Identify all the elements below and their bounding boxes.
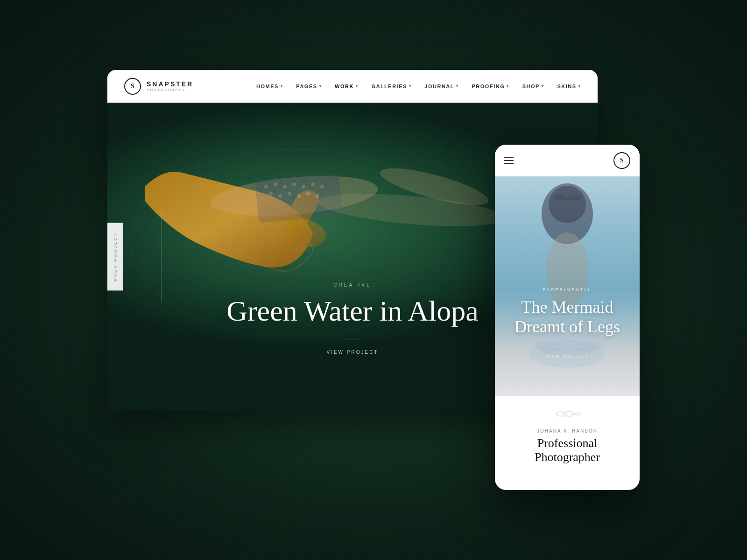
svg-point-12 bbox=[269, 192, 273, 196]
nav-item-galleries[interactable]: GALLERIES ▾ bbox=[371, 84, 411, 89]
hamburger-icon[interactable] bbox=[504, 157, 514, 164]
mobile-view-project-button[interactable]: VIEW PROJECT bbox=[495, 354, 640, 358]
chevron-icon: ▾ bbox=[456, 84, 459, 88]
person-body-svg bbox=[201, 149, 528, 243]
svg-point-7 bbox=[283, 185, 287, 189]
nav-item-homes[interactable]: HOMES ▾ bbox=[256, 84, 283, 89]
mobile-bottom: JOHANA K. HANSON Professional Photograph… bbox=[495, 396, 640, 474]
chevron-icon: ▾ bbox=[281, 84, 283, 88]
logo-letter: S bbox=[131, 83, 134, 90]
hero-divider bbox=[343, 338, 362, 338]
hamburger-line-2 bbox=[504, 160, 514, 161]
svg-point-17 bbox=[316, 194, 319, 198]
logo-circle: S bbox=[124, 78, 141, 95]
mobile-mockup: S bbox=[495, 145, 640, 490]
nav-item-journal[interactable]: JOURNAL ▾ bbox=[424, 84, 458, 89]
svg-point-10 bbox=[311, 182, 315, 186]
svg-point-9 bbox=[302, 185, 305, 189]
svg-point-15 bbox=[297, 194, 301, 198]
logo-name: SNAPSTER bbox=[147, 80, 193, 88]
hamburger-line-3 bbox=[504, 163, 514, 164]
mobile-hero-title: The Mermaid Dreamt of Legs bbox=[495, 298, 640, 336]
chevron-icon: ▾ bbox=[356, 84, 359, 88]
nav-item-skins[interactable]: SKINS ▾ bbox=[557, 84, 581, 89]
logo-sub: PHOTOGRAPHY bbox=[147, 88, 193, 92]
chevron-icon: ▾ bbox=[319, 84, 322, 88]
svg-point-8 bbox=[292, 182, 296, 186]
mermaid-icon bbox=[553, 407, 581, 421]
nav-item-proofing[interactable]: PROOFING ▾ bbox=[472, 84, 509, 89]
nav-item-shop[interactable]: SHOP ▾ bbox=[522, 84, 544, 89]
photographer-title: Professional Photographer bbox=[504, 436, 630, 464]
logo-text-block: SNAPSTER PHOTOGRAPHY bbox=[147, 80, 193, 92]
mobile-logo-letter: S bbox=[620, 157, 624, 164]
svg-point-11 bbox=[320, 185, 324, 189]
mobile-divider bbox=[560, 346, 574, 346]
mobile-hero-content: EXPERIMENTAL The Mermaid Dreamt of Legs … bbox=[495, 287, 640, 358]
chevron-icon: ▾ bbox=[409, 84, 412, 88]
mobile-logo-circle[interactable]: S bbox=[613, 152, 630, 169]
hamburger-line-1 bbox=[504, 157, 514, 158]
svg-point-22 bbox=[549, 186, 586, 223]
svg-point-14 bbox=[288, 192, 291, 196]
mobile-hero: EXPERIMENTAL The Mermaid Dreamt of Legs … bbox=[495, 176, 640, 396]
svg-point-16 bbox=[306, 192, 310, 196]
chevron-icon: ▾ bbox=[578, 84, 581, 88]
photographer-name: JOHANA K. HANSON bbox=[504, 428, 630, 434]
svg-point-13 bbox=[278, 194, 282, 198]
mobile-hero-category: EXPERIMENTAL bbox=[495, 287, 640, 292]
svg-point-5 bbox=[264, 185, 268, 189]
chevron-icon: ▾ bbox=[542, 84, 544, 88]
chevron-icon: ▾ bbox=[507, 84, 509, 88]
mobile-mermaid-svg bbox=[495, 176, 640, 396]
desktop-nav: S SNAPSTER PHOTOGRAPHY HOMES ▾ PAGES ▾ W… bbox=[107, 70, 598, 103]
nav-links: HOMES ▾ PAGES ▾ WORK ▾ GALLERIES ▾ JOURN… bbox=[256, 84, 581, 89]
nav-item-work[interactable]: WORK ▾ bbox=[335, 84, 358, 89]
svg-point-6 bbox=[274, 182, 277, 186]
side-label[interactable]: PREV PROJECT bbox=[107, 223, 123, 290]
nav-item-pages[interactable]: PAGES ▾ bbox=[296, 84, 322, 89]
scene-wrapper: S SNAPSTER PHOTOGRAPHY HOMES ▾ PAGES ▾ W… bbox=[107, 70, 640, 490]
logo-area[interactable]: S SNAPSTER PHOTOGRAPHY bbox=[124, 78, 193, 95]
mobile-nav: S bbox=[495, 145, 640, 176]
